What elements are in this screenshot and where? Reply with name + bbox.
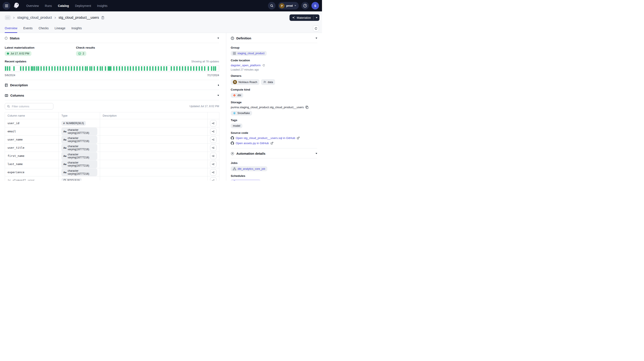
code-location-link[interactable]: dagster_open_platform [231,64,261,67]
materialization-tick[interactable] [89,66,90,71]
tab-lineage[interactable]: Lineage [55,24,66,33]
materialization-tick[interactable] [141,66,142,71]
materialization-tick[interactable] [82,66,83,71]
materialize-button[interactable]: Materialize [290,14,314,21]
materialization-tick[interactable] [127,66,128,71]
materialization-tick[interactable] [199,66,200,71]
materialization-tick[interactable] [60,66,61,71]
materialization-tick[interactable] [65,66,66,71]
materialization-tick[interactable] [100,66,101,71]
materialization-tick[interactable] [150,66,151,71]
materialization-tick[interactable] [62,66,64,71]
source-code-link[interactable]: Open stg_cloud_product__users.sql in Git… [236,136,295,140]
source-code-link[interactable]: Open assets.py in GitHub [236,142,269,145]
external-link-icon[interactable] [297,137,300,139]
nav-item-runs[interactable]: Runs [45,4,52,7]
column-lineage-button[interactable] [210,169,216,176]
materialization-tick[interactable] [102,66,103,71]
copy-icon[interactable] [306,106,308,109]
materialization-tick[interactable] [32,66,34,71]
check-results-pill[interactable]: 2 [76,51,86,56]
materialization-tick[interactable] [74,66,75,71]
breadcrumb-overflow-button[interactable]: ... [5,15,10,20]
materialization-tick[interactable] [97,66,98,71]
compute-kind-pill[interactable]: dbt [231,93,243,98]
materialization-tick[interactable] [57,66,58,71]
nav-item-deployment[interactable]: Deployment [75,4,91,7]
materialization-tick[interactable] [152,66,154,71]
job-pill[interactable]: dbt_analytics_core_job [231,166,267,171]
materialization-tick[interactable] [204,66,205,71]
tab-overview[interactable]: Overview [5,24,17,33]
materialization-tick[interactable] [130,66,131,71]
materialization-tick[interactable] [196,66,197,71]
materialization-tick[interactable] [119,66,120,71]
materialization-tick[interactable] [34,66,35,71]
column-lineage-button[interactable] [210,120,216,126]
materialization-tick[interactable] [174,66,175,71]
help-icon[interactable]: ? [301,2,309,9]
materialization-tick[interactable] [43,66,44,71]
materialization-tick[interactable] [213,66,214,71]
materialization-tick[interactable] [155,66,156,71]
storage-platform-pill[interactable]: Snowflake [231,111,252,115]
materialization-tick[interactable] [54,66,56,71]
dagster-logo-icon[interactable] [12,2,20,9]
column-lineage-button[interactable] [210,153,216,159]
tag-pill[interactable]: model [231,123,242,128]
schedule-pill[interactable]: At 03:00 AM UTC [231,179,260,180]
search-icon[interactable] [268,2,276,9]
owner-team-pill[interactable]: data [261,79,275,85]
materialization-tick[interactable] [185,66,186,71]
column-lineage-button[interactable] [210,128,216,135]
materialization-tick[interactable] [26,66,27,71]
materialization-tick[interactable] [136,66,137,71]
owner-user-pill[interactable]: N Nicklaus Roach [231,79,259,85]
materialization-tick[interactable] [52,66,53,71]
materialization-tick[interactable] [146,66,148,71]
materialization-tick[interactable] [85,66,86,71]
collapse-chevron-icon[interactable] [218,95,219,96]
collapse-chevron-icon[interactable] [316,38,317,39]
materialization-tick[interactable] [7,66,8,71]
materialization-tick[interactable] [36,66,38,71]
materialization-tick[interactable] [94,66,95,71]
materialization-tick[interactable] [163,66,165,71]
user-avatar[interactable]: S [312,2,319,9]
materialization-tick[interactable] [91,66,92,71]
refresh-button[interactable] [313,25,319,31]
nav-item-catalog[interactable]: Catalog [58,4,69,7]
materialization-tick[interactable] [208,66,209,71]
materialization-tick[interactable] [211,66,212,71]
latest-materialization-pill[interactable]: Jul 17, 8:02 PM [5,51,32,56]
column-lineage-button[interactable] [210,145,216,151]
materialization-tick[interactable] [13,66,15,71]
materialize-options-button[interactable] [314,14,320,21]
materialization-tick[interactable] [9,66,10,71]
filter-columns-input[interactable] [12,105,51,108]
column-lineage-button[interactable] [210,177,216,181]
materialization-tick[interactable] [38,66,39,71]
recent-updates-timeline[interactable] [5,65,219,72]
column-lineage-button[interactable] [210,136,216,143]
environment-switcher[interactable]: P prod [278,2,299,9]
materialization-tick[interactable] [116,66,117,71]
group-pill[interactable]: staging_cloud_product [231,51,267,56]
materialization-tick[interactable] [176,66,178,71]
reload-icon[interactable] [262,64,265,67]
materialization-tick[interactable] [86,66,88,71]
expand-chevron-icon[interactable] [218,84,219,86]
nav-item-overview[interactable]: Overview [26,4,39,7]
materialization-tick[interactable] [158,66,159,71]
materialization-tick[interactable] [132,66,134,71]
collapse-chevron-icon[interactable] [316,153,317,154]
materialization-tick[interactable] [122,66,123,71]
materialization-tick[interactable] [76,66,78,71]
tab-checks[interactable]: Checks [38,24,49,33]
materialization-tick[interactable] [124,66,126,71]
materialization-tick[interactable] [166,66,167,71]
materialization-tick[interactable] [138,66,140,71]
materialization-tick[interactable] [182,66,183,71]
tab-insights[interactable]: Insights [72,24,82,33]
materialization-tick[interactable] [5,66,6,71]
